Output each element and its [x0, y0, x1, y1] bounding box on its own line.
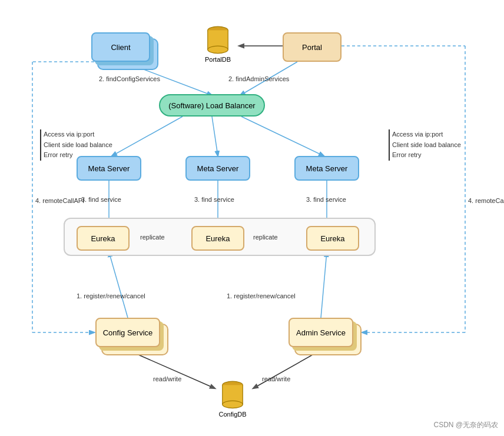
admin-label: Admin Service — [296, 328, 346, 337]
diagram: Client Portal PortalDB (Software) Load B… — [0, 0, 504, 436]
readwrite1-label: read/write — [153, 375, 181, 382]
svg-line-14 — [253, 350, 321, 388]
meta1-label: Meta Server — [88, 164, 130, 173]
svg-line-12 — [321, 252, 327, 318]
find-service2-label: 3. find service — [194, 196, 234, 203]
svg-point-28 — [223, 401, 243, 408]
register1-label: 1. register/renew/cancel — [77, 292, 145, 299]
remote-call-right-label: 4. remoteCallAPI — [468, 197, 504, 204]
meta3-node: Meta Server — [294, 156, 359, 181]
watermark: CSDN @无奈的码农 — [433, 420, 498, 430]
find-service1-label: 3. find service — [81, 196, 121, 203]
configdb-label: ConfigDB — [218, 411, 246, 418]
eureka3-label: Eureka — [320, 234, 344, 243]
eureka1-node: Eureka — [77, 226, 130, 251]
svg-point-23 — [208, 46, 228, 54]
svg-line-3 — [112, 117, 183, 156]
register2-label: 1. register/renew/cancel — [227, 292, 296, 299]
configdb-node: ConfigDB — [215, 380, 250, 418]
config-label: Config Service — [103, 328, 153, 337]
replicate2-label: replicate — [253, 234, 278, 241]
meta2-label: Meta Server — [197, 164, 239, 173]
lb-node: (Software) Load Balancer — [159, 94, 265, 117]
replicate1-label: replicate — [140, 234, 165, 241]
eureka2-label: Eureka — [205, 234, 230, 243]
eureka1-label: Eureka — [91, 234, 115, 243]
find-config-label: 2. findConfigServices — [99, 75, 160, 82]
svg-line-11 — [109, 252, 128, 318]
lb-label: (Software) Load Balancer — [168, 101, 255, 110]
svg-line-5 — [241, 117, 324, 156]
portaldb-node: PortalDB — [200, 25, 236, 63]
portal-label: Portal — [302, 43, 322, 52]
eureka2-node: Eureka — [191, 226, 244, 251]
eureka3-node: Eureka — [306, 226, 359, 251]
meta3-label: Meta Server — [306, 164, 348, 173]
readwrite2-label: read/write — [262, 375, 290, 382]
meta2-node: Meta Server — [185, 156, 250, 181]
remote-call-left-label: 4. remoteCallAPI — [35, 197, 84, 204]
find-service3-label: 3. find service — [306, 196, 346, 203]
admin-node: Admin Service — [289, 318, 353, 347]
svg-line-13 — [128, 350, 215, 388]
bracket-left: Access via ip:portClient side load balan… — [40, 129, 112, 161]
portal-node: Portal — [283, 32, 341, 62]
svg-line-4 — [212, 117, 218, 156]
client-node: Client — [91, 32, 150, 62]
find-admin-label: 2. findAdminServices — [228, 75, 289, 82]
client-label: Client — [111, 43, 130, 52]
config-node: Config Service — [95, 318, 160, 347]
portaldb-label: PortalDB — [205, 56, 231, 63]
bracket-right: Access via ip:portClient side load balan… — [389, 129, 461, 161]
